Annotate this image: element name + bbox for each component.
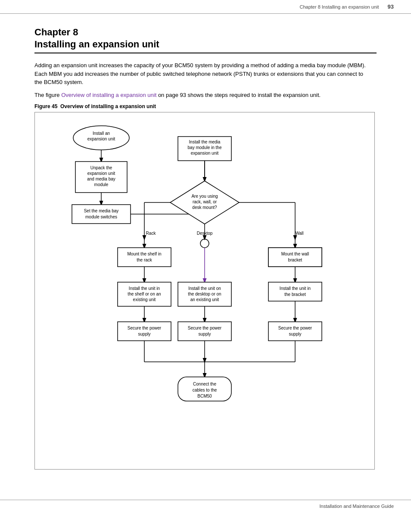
svg-text:and media bay: and media bay — [87, 177, 115, 181]
svg-rect-10 — [72, 205, 131, 224]
page-footer: Installation and Maintenance Guide — [0, 500, 411, 512]
overview-link[interactable]: Overview of installing a expansion unit — [61, 92, 156, 98]
svg-text:the shelf or on an: the shelf or on an — [128, 292, 161, 296]
svg-rect-58 — [268, 248, 322, 267]
svg-rect-52 — [178, 322, 231, 341]
svg-text:bracket: bracket — [288, 258, 302, 262]
svg-text:Install the unit in: Install the unit in — [129, 286, 160, 291]
svg-text:Set the media bay: Set the media bay — [84, 208, 119, 213]
svg-text:Wall: Wall — [295, 231, 303, 236]
svg-text:Secure the power: Secure the power — [188, 326, 222, 330]
svg-text:Install the unit in: Install the unit in — [280, 286, 311, 291]
svg-text:the rack: the rack — [137, 258, 153, 262]
svg-text:Desktop: Desktop — [197, 231, 213, 236]
svg-text:Secure the power: Secure the power — [128, 326, 162, 330]
svg-text:the bracket: the bracket — [284, 292, 306, 297]
svg-text:desk mount?: desk mount? — [192, 205, 217, 210]
body-paragraph2: The figure Overview of installing a expa… — [34, 91, 371, 100]
svg-text:Install an: Install an — [93, 131, 110, 136]
svg-text:bay module in the: bay module in the — [188, 145, 222, 150]
svg-text:Install the unit on: Install the unit on — [188, 286, 221, 291]
footer-text: Installation and Maintenance Guide — [320, 504, 394, 509]
svg-text:expansion unit: expansion unit — [191, 151, 219, 156]
svg-text:supply: supply — [138, 332, 151, 336]
paragraph2-before: The figure — [34, 92, 61, 98]
svg-rect-62 — [268, 282, 322, 301]
header-text: Chapter 8 Installing an expansion unit — [299, 4, 379, 9]
svg-text:Are you using: Are you using — [191, 194, 218, 199]
svg-text:rack, wall, or: rack, wall, or — [193, 199, 217, 204]
svg-text:Secure the power: Secure the power — [278, 326, 312, 330]
svg-rect-66 — [268, 322, 322, 341]
svg-text:Mount the wall: Mount the wall — [281, 252, 309, 256]
svg-text:Unpack the: Unpack the — [90, 165, 112, 170]
svg-text:Connect the: Connect the — [193, 382, 216, 386]
chapter-label: Chapter 8 — [34, 27, 377, 38]
flowchart-svg: Install an expansion unit Unpack the exp… — [41, 118, 368, 463]
svg-text:module switches: module switches — [85, 215, 117, 219]
svg-text:Mount the shelf in: Mount the shelf in — [128, 252, 162, 256]
page-header: Chapter 8 Installing an expansion unit 9… — [0, 0, 411, 14]
svg-text:supply: supply — [289, 332, 302, 336]
svg-rect-34 — [118, 248, 171, 267]
svg-point-24 — [200, 239, 209, 248]
paragraph2-after: on page 93 shows the steps required to i… — [156, 92, 321, 98]
svg-text:BCM50: BCM50 — [197, 394, 212, 398]
svg-text:an existing unit: an existing unit — [190, 297, 219, 302]
svg-text:Install the media: Install the media — [189, 140, 221, 144]
body-paragraph1: Adding an expansion unit increases the c… — [34, 61, 371, 87]
flowchart-container: Install an expansion unit Unpack the exp… — [34, 112, 375, 470]
svg-text:existing unit: existing unit — [133, 297, 156, 302]
main-content: Chapter 8 Installing an expansion unit A… — [0, 14, 411, 487]
svg-text:Rack: Rack — [146, 231, 156, 236]
svg-text:module: module — [94, 182, 109, 187]
svg-rect-43 — [118, 322, 171, 341]
figure-label: Figure 45 Overview of installing a expan… — [34, 103, 377, 109]
chapter-title: Installing an expansion unit — [34, 39, 377, 53]
svg-text:supply: supply — [199, 332, 211, 336]
svg-text:expansion unit: expansion unit — [87, 171, 115, 176]
page-number: 93 — [388, 3, 394, 10]
svg-text:the desktop or on: the desktop or on — [188, 292, 221, 296]
svg-text:expansion unit: expansion unit — [87, 137, 115, 141]
svg-text:cables to the: cables to the — [193, 388, 217, 392]
